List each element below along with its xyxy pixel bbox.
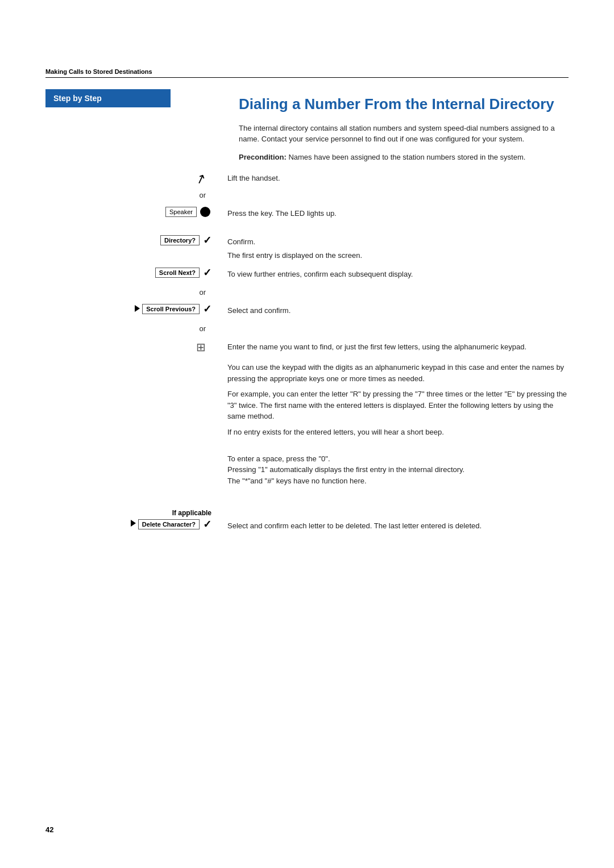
scroll-previous-bullet [135, 305, 140, 314]
speaker-label: Speaker [165, 207, 197, 217]
speaker-text: Press the key. The LED lights up. [227, 209, 337, 218]
lift-handset-text: Lift the handset. [227, 174, 280, 182]
keypad-desc-2: For example, you can enter the letter "R… [227, 389, 569, 422]
scroll-previous-checkmark: ✓ [203, 304, 211, 314]
directory-confirm-text: Confirm. [227, 236, 569, 248]
keypad-icon: ⊞ [196, 340, 206, 354]
keypad-desc-4: To enter a space, press the "0". Pressin… [227, 453, 569, 487]
scroll-next-checkmark: ✓ [203, 268, 211, 278]
keypad-desc-1: You can use the keypad with the digits a… [227, 362, 569, 384]
delete-character-key: Delete Character? [138, 519, 200, 529]
directory-subtext: The first entry is displayed on the scre… [227, 250, 569, 261]
scroll-next-key: Scroll Next? [155, 268, 200, 278]
delete-char-bullet [131, 520, 136, 528]
directory-key: Directory? [160, 235, 200, 245]
section-header: Making Calls to Stored Destinations [45, 68, 569, 78]
speaker-icon [200, 207, 210, 217]
delete-character-checkmark: ✓ [203, 519, 211, 529]
main-title: Dialing a Number From the Internal Direc… [239, 95, 569, 114]
precondition: Precondition: Names have been assigned t… [239, 152, 569, 163]
scroll-next-text: To view further entries, confirm each su… [227, 270, 413, 278]
keypad-enter-text: Enter the name you want to find, or just… [227, 343, 526, 351]
keypad-desc-3: If no entry exists for the entered lette… [227, 427, 569, 438]
handset-icon: ↗ [193, 170, 208, 188]
step-by-step-banner: Step by Step [45, 89, 171, 107]
intro-text: The internal directory contains all stat… [239, 123, 569, 145]
directory-checkmark: ✓ [203, 235, 211, 245]
scroll-previous-text: Select and confirm. [227, 306, 291, 315]
scroll-previous-key: Scroll Previous? [142, 304, 200, 314]
page-number: 42 [45, 825, 53, 834]
if-applicable-label: If applicable [172, 509, 211, 517]
delete-character-text: Select and confirm each letter to be del… [227, 521, 482, 530]
